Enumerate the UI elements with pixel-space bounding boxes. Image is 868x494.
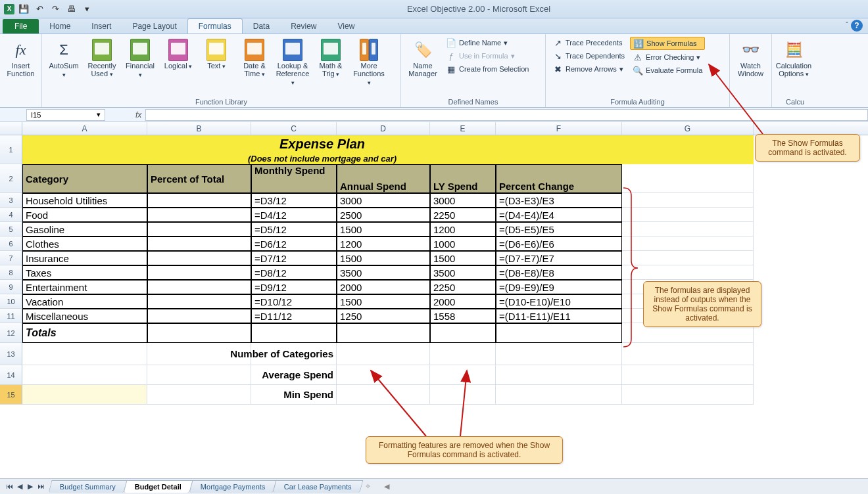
cell-G14[interactable] [622, 365, 754, 385]
cell-A3[interactable]: Household Utilities [22, 193, 147, 208]
col-header-G[interactable]: G [622, 122, 754, 135]
cell-E13[interactable] [430, 343, 496, 365]
cell-E8[interactable]: 3500 [430, 265, 496, 280]
totals-label[interactable]: Totals [22, 323, 147, 343]
show-formulas-button[interactable]: 🔢Show Formulas [630, 37, 705, 50]
cell-G2[interactable] [622, 164, 754, 193]
cell-E7[interactable]: 1500 [430, 251, 496, 265]
cell-D4[interactable]: 2500 [337, 208, 430, 222]
cell-A11[interactable]: Miscellaneous [22, 309, 147, 323]
cell-A6[interactable]: Clothes [22, 236, 147, 251]
error-checking-button[interactable]: ⚠Error Checking ▾ [630, 51, 705, 63]
cell-G1b[interactable] [622, 152, 754, 164]
cell-G7[interactable] [622, 251, 754, 265]
cell-C3[interactable]: =D3/12 [251, 193, 337, 208]
trace-precedents-button[interactable]: ↗Trace Precedents [550, 37, 627, 49]
new-sheet-icon[interactable]: ✧ [365, 482, 371, 491]
cell-F8[interactable]: =(D8-E8)/E8 [496, 265, 622, 280]
sheet-tab-car-lease[interactable]: Car Lease Payments [273, 480, 364, 493]
row-header-7[interactable]: 7 [0, 251, 22, 265]
autosum-button[interactable]: ΣAutoSum [46, 37, 82, 81]
sheet-tab-mortgage[interactable]: Mortgage Payments [189, 480, 277, 493]
cell-D14[interactable] [337, 365, 430, 385]
row-header-10[interactable]: 10 [0, 294, 22, 309]
cell-G3[interactable] [622, 193, 754, 208]
tab-page-layout[interactable]: Page Layout [122, 19, 187, 34]
name-box[interactable]: I15▾ [26, 109, 105, 121]
cell-A4[interactable]: Food [22, 208, 147, 222]
cell-C6[interactable]: =D6/12 [251, 236, 337, 251]
cell-E5[interactable]: 1200 [430, 222, 496, 236]
undo-icon[interactable]: ↶ [33, 3, 46, 16]
cell-G15[interactable] [622, 385, 754, 405]
sheet-nav-next-icon[interactable]: ▶ [25, 482, 36, 491]
header-annual-spend[interactable]: Annual Spend [337, 164, 430, 193]
name-box-dropdown-icon[interactable]: ▾ [97, 110, 101, 119]
col-header-F[interactable]: F [496, 122, 622, 135]
cell-D11[interactable]: 1250 [337, 309, 430, 323]
cell-D12[interactable] [337, 323, 430, 343]
cell-D8[interactable]: 3500 [337, 265, 430, 280]
cell-E9[interactable]: 2250 [430, 280, 496, 294]
cell-D15[interactable] [337, 385, 430, 405]
row-header-12[interactable]: 12 [0, 323, 22, 343]
cell-A15[interactable] [22, 385, 147, 405]
title-sub[interactable]: (Does not include mortgage and car) [22, 152, 622, 164]
cell-E11[interactable]: 1558 [430, 309, 496, 323]
name-manager-button[interactable]: 🏷️Name Manager [405, 37, 441, 80]
row-header-2[interactable]: 2 [0, 164, 22, 193]
cell-B15[interactable] [147, 385, 251, 405]
cell-G8[interactable] [622, 265, 754, 280]
cell-A10[interactable]: Vacation [22, 294, 147, 309]
date-time-button[interactable]: Date & Time [237, 37, 272, 81]
col-header-C[interactable]: C [251, 122, 337, 135]
cell-C8[interactable]: =D8/12 [251, 265, 337, 280]
tab-home[interactable]: Home [39, 19, 81, 34]
evaluate-formula-button[interactable]: 🔍Evaluate Formula [630, 64, 705, 76]
cell-C5[interactable]: =D5/12 [251, 222, 337, 236]
row-header-13[interactable]: 13 [0, 343, 22, 365]
cell-B6[interactable] [147, 236, 251, 251]
header-ly-spend[interactable]: LY Spend [430, 164, 496, 193]
scroll-left-icon[interactable]: ◀ [384, 482, 389, 491]
use-in-formula-button[interactable]: ƒUse in Formula ▾ [443, 50, 531, 62]
cell-A7[interactable]: Insurance [22, 251, 147, 265]
cell-C12[interactable] [251, 323, 337, 343]
sheet-nav-prev-icon[interactable]: ◀ [14, 482, 25, 491]
cell-C7[interactable]: =D7/12 [251, 251, 337, 265]
row-header-4[interactable]: 4 [0, 208, 22, 222]
cell-C10[interactable]: =D10/12 [251, 294, 337, 309]
row-header-5[interactable]: 5 [0, 222, 22, 236]
cell-B11[interactable] [147, 309, 251, 323]
cell-C9[interactable]: =D9/12 [251, 280, 337, 294]
print-icon[interactable]: 🖶 [64, 3, 78, 16]
cell-B9[interactable] [147, 280, 251, 294]
cell-E6[interactable]: 1000 [430, 236, 496, 251]
cell-B10[interactable] [147, 294, 251, 309]
cell-G6[interactable] [622, 236, 754, 251]
sheet-tab-budget-summary[interactable]: Budget Summary [48, 480, 127, 493]
cell-D10[interactable]: 1500 [337, 294, 430, 309]
title-main[interactable]: Expense Plan [22, 135, 622, 152]
col-header-A[interactable]: A [22, 122, 147, 135]
row-header-9[interactable]: 9 [0, 280, 22, 294]
text-button[interactable]: Text [199, 37, 234, 73]
cell-G5[interactable] [622, 222, 754, 236]
fx-icon[interactable]: fx [135, 110, 141, 120]
header-percent-change[interactable]: Percent Change [496, 164, 622, 193]
cell-F15[interactable] [496, 385, 622, 405]
cell-D7[interactable]: 1500 [337, 251, 430, 265]
cell-B5[interactable] [147, 222, 251, 236]
cell-B7[interactable] [147, 251, 251, 265]
create-from-selection-button[interactable]: ▦Create from Selection [443, 63, 531, 75]
cell-F6[interactable]: =(D6-E6)/E6 [496, 236, 622, 251]
row-header-3[interactable]: 3 [0, 193, 22, 208]
qat-dropdown-icon[interactable]: ▾ [80, 3, 93, 16]
calc-options-button[interactable]: 🧮Calculation Options [776, 37, 811, 81]
tab-review[interactable]: Review [280, 19, 327, 34]
header-percent-total[interactable]: Percent of Total [147, 164, 251, 193]
cell-D13[interactable] [337, 343, 430, 365]
cell-A13[interactable] [22, 343, 147, 365]
cell-F7[interactable]: =(D7-E7)/E7 [496, 251, 622, 265]
cell-F11[interactable]: =(D11-E11)/E11 [496, 309, 622, 323]
